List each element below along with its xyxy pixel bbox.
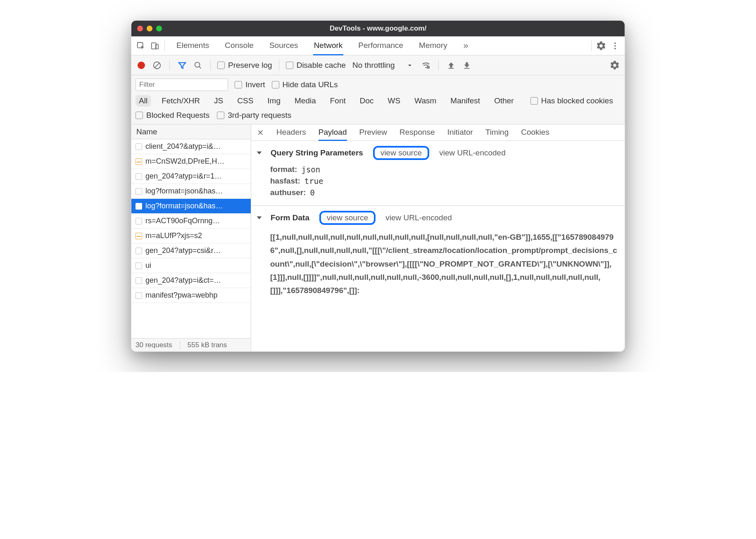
param-value: 0: [310, 188, 315, 197]
export-har-button[interactable]: [461, 60, 473, 71]
close-detail-button[interactable]: ✕: [257, 128, 264, 138]
request-name: ui: [145, 261, 151, 270]
svg-rect-12: [449, 68, 454, 69]
param-value: json: [301, 165, 320, 174]
filter-type-css[interactable]: CSS: [234, 95, 257, 107]
clear-button[interactable]: [151, 60, 163, 71]
filter-type-other[interactable]: Other: [491, 95, 517, 107]
filter-toggle-button[interactable]: [176, 60, 188, 71]
request-row[interactable]: log?format=json&has…: [131, 184, 251, 199]
detail-tab-initiator[interactable]: Initiator: [447, 125, 473, 141]
main-tab-strip: ElementsConsoleSourcesNetworkPerformance…: [131, 36, 625, 55]
transfer-size: 555 kB trans: [188, 341, 227, 349]
hide-data-urls-label: Hide data URLs: [283, 80, 338, 89]
filter-type-media[interactable]: Media: [291, 95, 319, 107]
filter-type-ws[interactable]: WS: [385, 95, 404, 107]
filter-type-manifest[interactable]: Manifest: [447, 95, 483, 107]
tab-sources[interactable]: Sources: [269, 36, 299, 55]
filter-type-fetch-xhr[interactable]: Fetch/XHR: [158, 95, 203, 107]
blocked-requests-checkbox[interactable]: Blocked Requests: [136, 111, 209, 120]
checkbox-icon: [530, 97, 538, 105]
request-row[interactable]: gen_204?atyp=i&ct=…: [131, 273, 251, 288]
network-conditions-button[interactable]: [420, 60, 432, 71]
detail-tab-preview[interactable]: Preview: [359, 125, 388, 141]
detail-tab-headers[interactable]: Headers: [276, 125, 306, 141]
view-url-encoded-button[interactable]: view URL-encoded: [385, 213, 452, 222]
detail-tab-response[interactable]: Response: [399, 125, 435, 141]
document-file-icon: [136, 262, 142, 269]
separator: [180, 341, 180, 349]
filter-type-all[interactable]: All: [136, 95, 151, 107]
request-row[interactable]: manifest?pwa=webhp: [131, 288, 251, 303]
separator: [164, 41, 165, 51]
filter-type-doc[interactable]: Doc: [357, 95, 377, 107]
disable-cache-checkbox[interactable]: Disable cache: [286, 61, 346, 70]
filter-type-font[interactable]: Font: [327, 95, 349, 107]
network-settings-button[interactable]: [609, 60, 620, 71]
filter-type-img[interactable]: Img: [264, 95, 284, 107]
filter-type-js[interactable]: JS: [211, 95, 226, 107]
request-row[interactable]: ui: [131, 258, 251, 273]
svg-point-8: [195, 62, 200, 67]
titlebar: DevTools - www.google.com/: [131, 21, 625, 36]
inspect-element-icon[interactable]: [134, 39, 148, 53]
separator: [438, 60, 439, 71]
request-row[interactable]: client_204?&atyp=i&…: [131, 139, 251, 154]
settings-button[interactable]: [594, 39, 608, 53]
third-party-checkbox[interactable]: 3rd-party requests: [217, 111, 291, 120]
detail-tab-cookies[interactable]: Cookies: [521, 125, 549, 141]
tab-performance[interactable]: Performance: [357, 36, 404, 55]
record-button[interactable]: [136, 60, 147, 71]
form-data-body: [[1,null,null,null,null,null,null,null,n…: [258, 231, 618, 297]
document-file-icon: [136, 173, 142, 180]
query-string-title: Query String Parameters: [271, 148, 363, 157]
request-row[interactable]: gen_204?atyp=i&r=1…: [131, 169, 251, 184]
more-options-button[interactable]: [608, 39, 622, 53]
requests-panel: Name client_204?&atyp=i&…m=CnSW2d,DPreE,…: [131, 124, 251, 351]
close-window-button[interactable]: [137, 26, 143, 31]
param-key: hasfast:: [270, 176, 300, 186]
request-row[interactable]: gen_204?atyp=csi&r…: [131, 243, 251, 258]
minimize-window-button[interactable]: [147, 26, 152, 31]
separator: [279, 60, 279, 71]
query-param-row: hasfast:true: [270, 176, 618, 186]
device-toolbar-icon[interactable]: [148, 39, 162, 53]
tab-elements[interactable]: Elements: [176, 36, 210, 55]
request-row[interactable]: rs=ACT90oFqOrnng…: [131, 214, 251, 229]
detail-tab-timing[interactable]: Timing: [485, 125, 509, 141]
tab-network[interactable]: Network: [313, 36, 344, 55]
checkbox-icon: [136, 112, 143, 119]
requests-column-header[interactable]: Name: [131, 124, 251, 139]
filter-type-wasm[interactable]: Wasm: [411, 95, 440, 107]
zoom-window-button[interactable]: [156, 26, 162, 31]
request-count: 30 requests: [136, 341, 172, 349]
tab-console[interactable]: Console: [224, 36, 254, 55]
request-name: rs=ACT90oFqOrnng…: [145, 217, 220, 225]
disable-cache-label: Disable cache: [297, 61, 346, 70]
disclosure-caret-icon[interactable]: [257, 152, 262, 155]
view-source-button[interactable]: view source: [319, 211, 376, 225]
request-row[interactable]: m=CnSW2d,DPreE,H…: [131, 154, 251, 169]
import-har-button[interactable]: [445, 60, 457, 71]
invert-checkbox[interactable]: Invert: [235, 80, 265, 89]
detail-tab-payload[interactable]: Payload: [319, 125, 347, 141]
network-toolbar: Preserve log Disable cache No throttling: [131, 55, 625, 75]
view-url-encoded-button[interactable]: view URL-encoded: [439, 148, 506, 157]
hide-data-urls-checkbox[interactable]: Hide data URLs: [272, 80, 338, 89]
chevrons-icon: »: [464, 41, 468, 51]
tab-memory[interactable]: Memory: [418, 36, 448, 55]
search-button[interactable]: [192, 60, 204, 71]
blocked-requests-label: Blocked Requests: [146, 111, 209, 120]
request-row[interactable]: m=aLUfP?xjs=s2: [131, 229, 251, 243]
throttling-select[interactable]: No throttling: [352, 61, 414, 70]
filter-input[interactable]: [136, 79, 228, 91]
preserve-log-checkbox[interactable]: Preserve log: [217, 61, 272, 70]
disclosure-caret-icon[interactable]: [257, 217, 262, 219]
checkbox-icon: [217, 62, 225, 69]
has-blocked-cookies-checkbox[interactable]: Has blocked cookies: [530, 96, 613, 105]
request-row[interactable]: log?format=json&has…: [131, 199, 251, 214]
query-params-list: format:jsonhasfast:trueauthuser:0: [258, 165, 618, 197]
view-source-button[interactable]: view source: [373, 146, 429, 160]
more-tabs-button[interactable]: »: [459, 39, 473, 53]
param-key: authuser:: [270, 188, 306, 197]
